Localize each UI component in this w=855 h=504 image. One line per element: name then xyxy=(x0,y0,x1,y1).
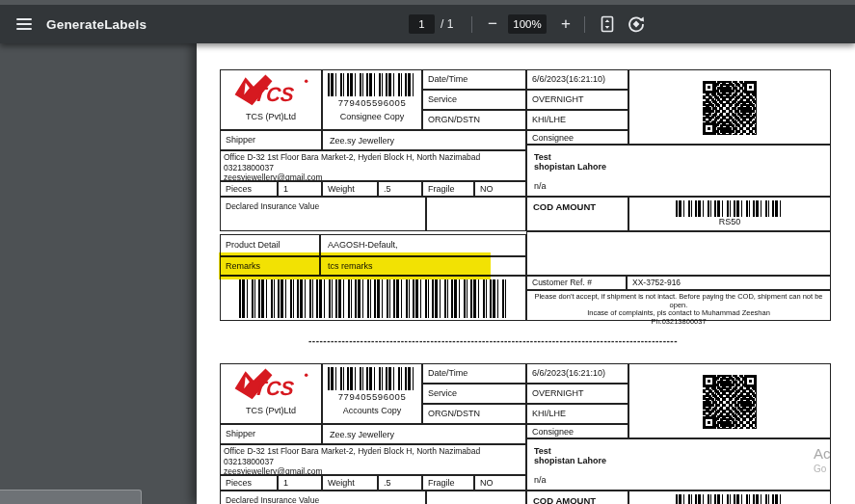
remarks-highlight xyxy=(219,252,491,279)
consignee-label: Consignee xyxy=(526,130,628,145)
tracking-number: 779405596005 xyxy=(323,391,421,402)
fragile-label: Fragile xyxy=(422,475,474,491)
consignee-name: Test xyxy=(534,446,830,456)
shipper-label: Shipper xyxy=(220,424,322,444)
tracking-number: 779405596005 xyxy=(323,97,421,108)
weight-label: Weight xyxy=(322,181,378,197)
disclaimer-text: Ph:03213800037 xyxy=(651,317,706,326)
cod-barcode-value: RS50 xyxy=(629,217,830,226)
zoom-level: 100% xyxy=(508,14,547,34)
zoom-in-button[interactable]: + xyxy=(555,5,576,43)
svg-text:TCS: TCS xyxy=(253,83,295,105)
toolbar-divider xyxy=(471,16,472,33)
pieces-value: 1 xyxy=(278,181,322,197)
consignee-label: Consignee xyxy=(526,424,628,438)
company-name: TCS (Pvt)Ltd xyxy=(221,112,321,121)
disclaimer-cell: Please don't accept, if shipment is not … xyxy=(526,290,831,321)
declared-insurance-label: Declared Insurance Value xyxy=(220,197,426,231)
consignee-cell: Test shopistan Lahore n/a xyxy=(526,438,831,491)
service-label: Service xyxy=(422,90,526,110)
pdf-toolbar: GenerateLabels 1 / 1 − 100% + xyxy=(0,0,855,43)
date-time-value: 6/6/2023(16:21:10) xyxy=(526,363,628,384)
empty-cell xyxy=(426,197,526,231)
shipper-address: Office D-32 1st Floor Bara Market-2, Hyd… xyxy=(220,150,526,181)
service-value: OVERNIGHT xyxy=(526,90,628,110)
tracking-barcode-cell: 779405596005 Accounts Copy xyxy=(322,363,422,424)
address-line: 03213800037 xyxy=(221,457,525,467)
orgn-dstn-label: ORGN/DSTN xyxy=(422,404,526,424)
date-time-label: Date/Time xyxy=(422,363,526,384)
cod-amount-label: COD AMOUNT xyxy=(526,197,628,231)
fit-page-icon xyxy=(598,14,617,34)
consignee-cell: Test shopistan Lahore n/a xyxy=(526,145,831,197)
rotate-icon xyxy=(627,14,646,34)
fragile-value: NO xyxy=(474,475,526,491)
declared-insurance-label: Declared Insurance Value xyxy=(220,491,426,504)
consignee-city: shopistan Lahore xyxy=(534,456,830,465)
shipper-value: Zee.sy Jewellery xyxy=(322,130,526,150)
cod-amount-label: COD AMOUNT xyxy=(526,491,628,504)
service-label: Service xyxy=(422,384,526,404)
tcs-logo-icon: TCS xyxy=(230,367,311,402)
copy-type: Accounts Copy xyxy=(323,406,421,415)
tracking-barcode xyxy=(328,367,416,390)
main-barcode-cell xyxy=(220,276,526,321)
pieces-value: 1 xyxy=(278,475,322,491)
document-title: GenerateLabels xyxy=(46,5,147,43)
consignee-city: shopistan Lahore xyxy=(534,162,830,172)
pdf-page: TCS TCS (Pvt)Ltd 779405596005 Consignee … xyxy=(197,43,855,504)
fragile-label: Fragile xyxy=(422,181,474,197)
orgn-dstn-label: ORGN/DSTN xyxy=(422,110,526,130)
qr-cell xyxy=(628,363,831,438)
logo-cell: TCS TCS (Pvt)Ltd xyxy=(220,363,322,424)
fit-page-button[interactable] xyxy=(598,14,617,34)
service-value: OVERNIGHT xyxy=(526,384,628,404)
cod-barcode-cell: RS50 xyxy=(628,491,831,504)
qr-code-icon xyxy=(703,375,757,429)
qr-cell xyxy=(628,69,831,145)
consignee-extra: n/a xyxy=(534,475,830,485)
toolbar-divider xyxy=(584,16,585,33)
menu-button[interactable] xyxy=(12,5,37,43)
consignee-extra: n/a xyxy=(534,181,830,191)
customer-ref-label: Customer Ref. # xyxy=(526,276,627,290)
status-bubble xyxy=(0,490,142,504)
weight-value: .5 xyxy=(378,475,422,491)
tcs-logo-icon: TCS xyxy=(230,73,311,108)
tracking-barcode xyxy=(328,73,416,96)
svg-text:TCS: TCS xyxy=(253,377,295,399)
customer-ref-value: XX-3752-916 xyxy=(627,276,831,290)
cod-barcode xyxy=(676,494,784,504)
rotate-button[interactable] xyxy=(627,14,646,34)
shipper-value: Zee.sy Jewellery xyxy=(322,424,526,444)
logo-cell: TCS TCS (Pvt)Ltd xyxy=(220,69,322,130)
shipper-label: Shipper xyxy=(220,130,322,150)
main-barcode xyxy=(239,279,507,318)
disclaimer-text: Please don't accept, if shipment is not … xyxy=(534,292,822,309)
cod-barcode-cell: RS50 xyxy=(628,197,831,231)
shipping-label: TCS TCS (Pvt)Ltd 779405596005 Consignee … xyxy=(220,69,831,321)
date-time-value: 6/6/2023(16:21:10) xyxy=(526,69,628,90)
page-count: / 1 xyxy=(441,5,453,43)
company-name: TCS (Pvt)Ltd xyxy=(221,406,321,415)
page-number-input[interactable]: 1 xyxy=(409,14,435,34)
copy-type: Consignee Copy xyxy=(323,112,421,121)
copy-separator: ----------------------------------------… xyxy=(308,335,720,347)
empty-cell xyxy=(426,491,526,504)
consignee-name: Test xyxy=(534,152,830,162)
hamburger-icon xyxy=(16,15,32,33)
weight-value: .5 xyxy=(378,181,422,197)
address-line: Office D-32 1st Floor Bara Market-2, Hyd… xyxy=(221,152,525,163)
address-line: Office D-32 1st Floor Bara Market-2, Hyd… xyxy=(221,446,525,457)
tracking-barcode-cell: 779405596005 Consignee Copy xyxy=(322,69,422,130)
weight-label: Weight xyxy=(322,475,378,491)
orgn-dstn-value: KHI/LHE xyxy=(526,110,628,130)
empty-cell xyxy=(526,231,831,276)
cod-barcode xyxy=(676,200,784,217)
date-time-label: Date/Time xyxy=(422,69,526,90)
shipping-label: TCS TCS (Pvt)Ltd 779405596005 Accounts C… xyxy=(220,363,831,504)
zoom-out-button[interactable]: − xyxy=(482,5,503,43)
shipper-address: Office D-32 1st Floor Bara Market-2, Hyd… xyxy=(220,444,526,475)
orgn-dstn-value: KHI/LHE xyxy=(526,404,628,424)
qr-code-icon xyxy=(703,81,757,135)
